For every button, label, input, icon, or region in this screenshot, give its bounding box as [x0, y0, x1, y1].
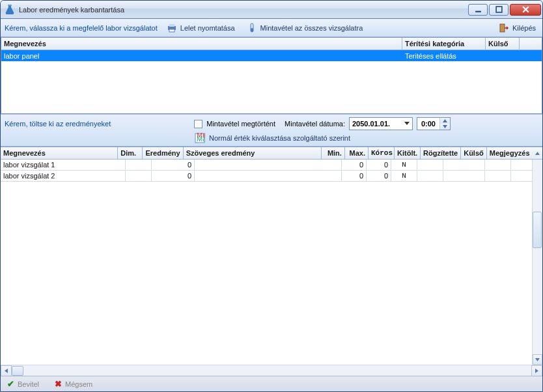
col-koros[interactable]: Kóros: [369, 147, 395, 159]
svg-rect-8: [500, 24, 505, 32]
footer-bar: ✔ Bevitel ✖ Mégsem: [1, 376, 542, 391]
sample-date-combo[interactable]: 2050.01.01.: [349, 117, 413, 130]
col-rogz[interactable]: Rögzítette: [421, 147, 461, 159]
col-external[interactable]: Külső: [486, 38, 520, 49]
window-buttons: [468, 4, 541, 16]
normal-values-label: Normál érték kiválasztása szolgáltató sz…: [209, 134, 350, 142]
sample-all-button[interactable]: Mintavétel az összes vizsgálatra: [244, 21, 366, 35]
cancel-button[interactable]: ✖ Mégsem: [55, 379, 92, 389]
close-button[interactable]: [510, 4, 541, 16]
svg-rect-4: [169, 24, 174, 27]
results-grid-body[interactable]: labor vizsgálat 1 0 0 0 N labor vizsgála…: [1, 160, 532, 365]
cell-name: labor panel: [1, 50, 402, 61]
spinner-down-icon[interactable]: [440, 124, 450, 130]
cell-category: Teritéses ellátás: [402, 50, 486, 61]
maximize-button[interactable]: [489, 4, 508, 16]
svg-rect-0: [8, 5, 12, 6]
exam-select-grid: Megnevezés Térítési kategória Külső labo…: [1, 37, 542, 114]
scroll-down-icon[interactable]: [533, 354, 542, 365]
exam-grid-body[interactable]: labor panel Teritéses ellátás: [1, 50, 542, 113]
scrollbar-thumb[interactable]: [533, 212, 542, 248]
scroll-left-icon[interactable]: [1, 365, 12, 376]
check-icon: ✔: [7, 379, 14, 389]
svg-rect-2: [496, 7, 502, 12]
sample-done-checkbox[interactable]: Mintavétel megtörtént: [194, 120, 275, 128]
col-name[interactable]: Megnevezés: [1, 147, 118, 159]
cell-external: [486, 50, 520, 61]
sample-time-value[interactable]: [417, 118, 439, 130]
cancel-label: Mégsem: [65, 380, 92, 388]
col-megj[interactable]: Megjegyzés: [487, 147, 533, 159]
col-kitolt[interactable]: Kitölt.: [395, 147, 421, 159]
sample-time-spinner[interactable]: [417, 117, 451, 130]
exit-label: Kilépés: [512, 24, 536, 32]
sample-all-label: Mintavétel az összes vizsgálatra: [260, 24, 363, 32]
cross-icon: ✖: [55, 379, 62, 389]
col-min[interactable]: Min.: [322, 147, 345, 159]
printer-icon: [167, 23, 177, 33]
col-name[interactable]: Megnevezés: [1, 38, 402, 49]
exit-icon: [499, 23, 509, 33]
vertical-scrollbar[interactable]: [532, 160, 542, 365]
minmax-icon: MinMax: [195, 133, 205, 143]
app-window: Labor eredmények karbantartása Kérem, vá…: [0, 0, 543, 392]
svg-rect-1: [475, 11, 481, 12]
col-tail: [520, 38, 542, 49]
sample-date-value: 2050.01.01.: [352, 120, 390, 128]
window-title: Labor eredmények karbantartása: [19, 6, 468, 14]
exit-button[interactable]: Kilépés: [496, 21, 538, 35]
results-grid-header: Megnevezés Dim. Eredmény Szöveges eredmé…: [1, 147, 542, 160]
checkbox-box: [194, 120, 202, 128]
result-row[interactable]: labor vizsgálat 1 0 0 0 N: [1, 160, 532, 171]
chevron-down-icon: [403, 120, 411, 128]
col-dim[interactable]: Dim.: [118, 147, 143, 159]
print-report-label: Lelet nyomtatása: [180, 24, 235, 32]
normal-values-button[interactable]: Normál érték kiválasztása szolgáltató sz…: [209, 134, 350, 142]
svg-rect-7: [251, 28, 253, 32]
results-prompt: Kérem, töltse ki az eredményeket: [5, 120, 111, 128]
col-text[interactable]: Szöveges eredmény: [184, 147, 322, 159]
vial-icon: [247, 23, 257, 33]
print-report-button[interactable]: Lelet nyomtatása: [164, 21, 238, 35]
scroll-up-icon[interactable]: [533, 147, 542, 159]
svg-text:Max: Max: [197, 135, 205, 143]
exam-row[interactable]: labor panel Teritéses ellátás: [1, 50, 542, 61]
sample-done-label: Mintavétel megtörtént: [206, 120, 275, 128]
svg-rect-5: [169, 29, 174, 32]
scrollbar-thumb[interactable]: [12, 366, 23, 376]
result-row[interactable]: labor vizsgálat 2 0 0 0 N: [1, 171, 532, 182]
toolbar-prompt: Kérem, válassza ki a megfelelő labor viz…: [5, 24, 158, 32]
horizontal-scrollbar[interactable]: [1, 365, 542, 376]
ok-label: Bevitel: [18, 380, 39, 388]
col-result[interactable]: Eredmény: [143, 147, 183, 159]
results-toolbar: Kérem, töltse ki az eredményeket Mintavé…: [1, 114, 542, 147]
sample-date-label: Mintavétel dátuma:: [285, 120, 345, 128]
col-max[interactable]: Max.: [345, 147, 369, 159]
titlebar: Labor eredmények karbantartása: [1, 1, 542, 19]
results-grid: Megnevezés Dim. Eredmény Szöveges eredmé…: [1, 147, 542, 376]
spinner-up-icon[interactable]: [440, 118, 450, 124]
col-kulso[interactable]: Külső: [461, 147, 487, 159]
top-toolbar: Kérem, válassza ki a megfelelő labor viz…: [1, 19, 542, 37]
scroll-right-icon[interactable]: [531, 365, 542, 376]
ok-button[interactable]: ✔ Bevitel: [7, 379, 39, 389]
col-category[interactable]: Térítési kategória: [402, 38, 486, 49]
minimize-button[interactable]: [468, 4, 488, 16]
flask-icon: [5, 5, 15, 15]
exam-grid-header: Megnevezés Térítési kategória Külső: [1, 38, 542, 50]
